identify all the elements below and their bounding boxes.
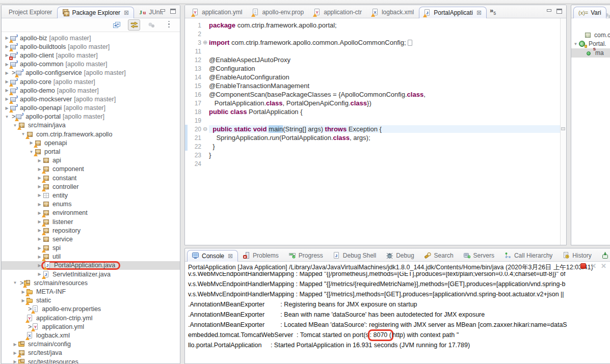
code-line-19[interactable]: 19 (185, 116, 566, 125)
tree-item-service[interactable]: ▶service (2, 235, 180, 243)
console-tab-problems[interactable]: Problems (238, 249, 284, 261)
tree-item-constant[interactable]: ▶constant (2, 174, 180, 182)
tree-item-static[interactable]: ▶static (2, 296, 180, 305)
tree-item-apollo-mockserver[interactable]: ▶apollo-mockserver[apollo master] (2, 95, 180, 103)
tree-item-com-ctrip-framework-apollo[interactable]: ▼com.ctrip.framework.apollo (2, 130, 180, 138)
console-tab-progress[interactable]: Progress (284, 249, 328, 261)
code-line-2[interactable]: 2 (185, 30, 566, 38)
terminate-icon[interactable] (580, 263, 586, 269)
console-tab-call-hierarchy[interactable]: Call Hierarchy (499, 249, 558, 261)
tree-item-spi[interactable]: ▶spi (2, 244, 180, 253)
overview-ruler[interactable] (560, 18, 566, 245)
tree-item-controller[interactable]: ▶controller (2, 182, 180, 191)
chevron-collapsed-icon[interactable]: ▶ (36, 193, 43, 198)
tree-item-portal[interactable]: ▼portal (2, 147, 180, 156)
tree-item-api[interactable]: ▶api (2, 156, 180, 165)
tree-item-portalapplication-java[interactable]: ▶JPortalApplication.java (2, 261, 180, 270)
tree-item-openapi[interactable]: ▶openapi (2, 138, 180, 147)
tree-item-util[interactable]: ▶util (2, 253, 180, 261)
tree-item-src-test-resources[interactable]: ▶src/test/resources (2, 357, 180, 364)
editor-tab-portalapplicati[interactable]: JPortalApplicati⊠ (419, 7, 487, 18)
code-line-17[interactable]: 17 PortalApplication.class, PortalOpenAp… (185, 99, 566, 107)
code-line-16[interactable]: 16@ComponentScan(basePackageClasses = {A… (185, 90, 566, 99)
left-tab-package-explorer[interactable]: Package Explorer⊠ (57, 7, 134, 18)
console-tab-debug[interactable]: Debug (381, 249, 419, 261)
console-output[interactable]: v.s.WebMvcEndpointHandlerMapping : Mappe… (188, 272, 610, 350)
left-tab-project-explorer[interactable]: Project Explorer (4, 6, 57, 18)
tree-item-apollo-biz[interactable]: ▶apollo-biz[apollo master] (2, 34, 180, 42)
remove-launch-icon[interactable]: ✕ (591, 263, 596, 269)
tree-item-application-ctrip-yml[interactable]: Yapplication-ctrip.yml (2, 314, 180, 322)
tree-item-apollo-core[interactable]: ▶apollo-core[apollo master] (2, 77, 180, 86)
maximize-icon[interactable] (170, 9, 176, 14)
chevron-collapsed-icon[interactable]: ▶ (12, 359, 18, 364)
tree-item-enums[interactable]: ▶enums (2, 200, 180, 209)
chevron-collapsed-icon[interactable]: ▶ (36, 237, 43, 241)
folded-region-icon[interactable] (408, 40, 412, 46)
java-source-editor[interactable]: 1package com.ctrip.framework.apollo.port… (185, 18, 566, 245)
code-line-21[interactable]: 21 SpringApplication.run(PortalApplicati… (185, 133, 566, 142)
console-tab-debug-shell[interactable]: JDebug Shell (328, 249, 381, 261)
console-tab-console[interactable]: Console⊠ (187, 250, 238, 262)
code-line-12[interactable]: 12@EnableAspectJAutoProxy (185, 55, 566, 64)
code-line-13[interactable]: 13@Configuration (185, 64, 566, 73)
close-icon[interactable]: ⊠ (124, 9, 129, 16)
tree-item-src-main-resources[interactable]: ▼>src/main/resources (2, 278, 180, 287)
tree-item-apollo-client[interactable]: ▶apollo-client[apollo master] (2, 51, 180, 60)
minimize-icon[interactable] (160, 9, 166, 14)
code-line-20[interactable]: 20⊖ public static void main(String[] arg… (185, 125, 566, 133)
remove-all-terminated-icon[interactable]: ✕ (601, 263, 606, 269)
close-icon[interactable]: ⊠ (228, 253, 233, 260)
maximize-icon[interactable] (556, 9, 562, 14)
console-tab-search[interactable]: Search (419, 249, 459, 261)
tree-item-listener[interactable]: ▶listener (2, 217, 180, 226)
console-tab-git-staging[interactable]: Git Staging (597, 249, 610, 261)
tree-item-component[interactable]: ▶component (2, 165, 180, 174)
tree-item-apollo-env-properties[interactable]: >apollo-env.properties (2, 305, 180, 314)
code-line-18[interactable]: 18public class PortalApplication { (185, 107, 566, 116)
tree-item-apollo-buildtools[interactable]: ▶apollo-buildtools[apollo master] (2, 42, 180, 51)
tree-item-logback-xml[interactable]: Xlogback.xml (2, 331, 180, 340)
editor-tab-overflow[interactable]: »5 (487, 7, 499, 18)
tree-item-servletinitializer-java[interactable]: ▶JServletInitializer.java (2, 270, 180, 278)
editor-tab-logback-xml[interactable]: Xlogback.xml (367, 6, 419, 18)
tree-item-apollo-demo[interactable]: ▶apollo-demo[apollo master] (2, 86, 180, 95)
code-line-22[interactable]: 22 } (185, 142, 566, 151)
chevron-collapsed-icon[interactable]: ▶ (36, 202, 43, 207)
tree-item-src-test-java[interactable]: ▶src/test/java (2, 349, 180, 357)
outline-item-portal-[interactable]: ▼CPortal. (571, 40, 610, 49)
tree-item-src-main-java[interactable]: ▼src/main/java (2, 121, 180, 130)
editor-tab-apollo-env-prop[interactable]: apollo-env.prop (247, 6, 309, 18)
console-tab-history[interactable]: History (558, 249, 596, 261)
tree-item-apollo-portal[interactable]: ▼>apollo-portal[apollo master] (2, 113, 180, 121)
editor-tab-application-yml[interactable]: Yapplication.yml (187, 6, 247, 18)
code-line-24[interactable]: 24 (185, 159, 566, 168)
tree-item-apollo-common[interactable]: ▶apollo-common[apollo master] (2, 60, 180, 69)
tree-item-application-yml[interactable]: >Yapplication.yml (2, 322, 180, 331)
tree-item-src-main-config[interactable]: ▶src/main/config (2, 340, 180, 349)
occurrence-marker[interactable] (561, 127, 565, 130)
outline-item-com-c[interactable]: com.c (571, 31, 610, 40)
editor-tab-application-ctr[interactable]: Yapplication-ctr (309, 6, 367, 18)
close-icon[interactable]: ⊠ (476, 9, 482, 16)
tree-item-apollo-openapi[interactable]: ▶apollo-openapi[apollo master] (2, 104, 180, 113)
fold-plus-icon[interactable]: ⊕ (201, 39, 209, 46)
fold-minus-icon[interactable]: ⊖ (201, 125, 209, 133)
code-line-11[interactable]: 11 (185, 47, 566, 55)
chevron-expanded-icon[interactable]: ▼ (12, 281, 18, 285)
minimize-icon[interactable] (546, 9, 552, 14)
code-line-1[interactable]: 1package com.ctrip.framework.apollo.port… (185, 21, 566, 30)
tree-item-environment[interactable]: ▶environment (2, 209, 180, 217)
tree-item-entity[interactable]: ▶entity (2, 191, 180, 200)
chevron-collapsed-icon[interactable]: ▶ (12, 342, 18, 347)
tree-item-apollo-configservice[interactable]: ▶>apollo-configservice[apollo master] (2, 69, 180, 77)
view-menu-icon[interactable] (163, 19, 175, 31)
code-line-23[interactable]: 23} (185, 151, 566, 159)
link-with-editor-icon[interactable] (128, 19, 140, 31)
chevron-collapsed-icon[interactable]: ▶ (4, 71, 10, 75)
chevron-expanded-icon[interactable]: ▼ (572, 42, 579, 46)
chevron-collapsed-icon[interactable]: ▶ (36, 158, 43, 163)
code-line-3[interactable]: 3⊕import com.ctrip.framework.apollo.comm… (185, 38, 566, 47)
console-tab-servers[interactable]: Servers (459, 249, 499, 261)
tree-item-meta-inf[interactable]: ▶META-INF (2, 287, 180, 296)
